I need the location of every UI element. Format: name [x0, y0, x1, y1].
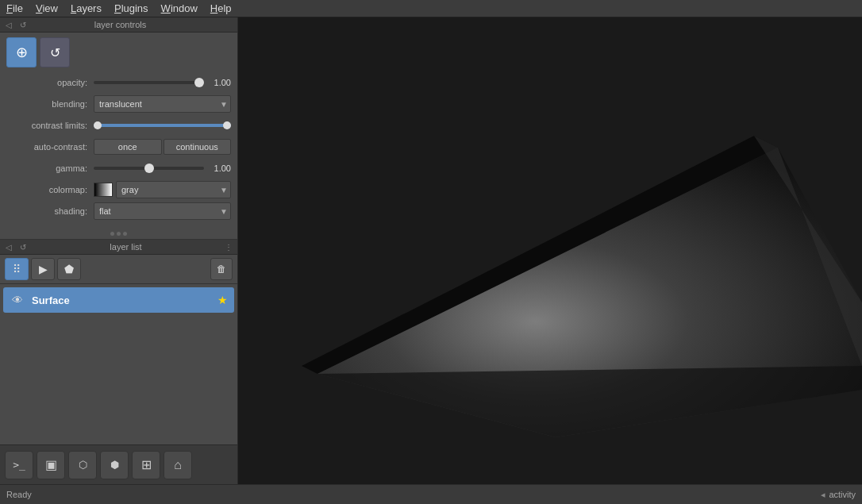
- opacity-control: 1.00: [94, 77, 231, 88]
- menu-file[interactable]: File: [0, 1, 29, 16]
- bottom-toolbar: >_ ▣ ⬡ ⬢ ⊞ ⌂: [0, 444, 237, 484]
- square-icon: ▣: [45, 457, 57, 472]
- gamma-slider-container: [94, 163, 204, 174]
- cube-button[interactable]: ⬡: [68, 451, 97, 479]
- opacity-slider[interactable]: [94, 81, 204, 84]
- dots-indicator: [0, 229, 237, 239]
- gamma-value: 1.00: [207, 164, 231, 173]
- auto-contrast-continuous-button[interactable]: continuous: [164, 139, 232, 155]
- layer-items-list: 👁 Surface ★: [0, 284, 237, 444]
- contrast-range-track: [94, 124, 231, 127]
- svg-text:↺: ↺: [50, 46, 60, 60]
- move-transform-button[interactable]: ⊕: [6, 37, 37, 67]
- delete-icon: 🗑: [217, 264, 226, 275]
- activity-label[interactable]: activity: [829, 490, 856, 499]
- contrast-max-thumb[interactable]: [223, 121, 231, 129]
- colormap-label: colormap:: [6, 185, 94, 194]
- transform-buttons: ⊕ ↺: [6, 37, 231, 67]
- layer-visibility-toggle[interactable]: 👁: [10, 292, 25, 308]
- points-icon: ⠿: [13, 263, 21, 275]
- grid-button[interactable]: ⊞: [132, 451, 160, 479]
- shading-select[interactable]: flat smooth: [94, 202, 231, 220]
- box-button[interactable]: ⬢: [100, 451, 129, 479]
- blending-row: blending: translucent additive minimum m…: [6, 95, 231, 113]
- controls-body: ⊕ ↺ opacity:: [0, 33, 237, 229]
- shapes-tool-button[interactable]: ▶: [31, 258, 55, 280]
- rotate-transform-button[interactable]: ↺: [40, 37, 70, 67]
- menu-window[interactable]: Window: [155, 1, 204, 16]
- shading-row: shading: flat smooth ▼: [6, 202, 231, 220]
- home-icon: ⌂: [174, 458, 182, 472]
- dot-2: [117, 232, 121, 236]
- dot-1: [110, 232, 114, 236]
- layer-star-icon[interactable]: ★: [217, 294, 228, 306]
- surface-visualization: [238, 17, 862, 484]
- auto-contrast-buttons: once continuous: [94, 139, 231, 155]
- svg-text:⊕: ⊕: [16, 44, 28, 60]
- collapse-icon[interactable]: ◁: [3, 19, 14, 30]
- shading-select-wrapper: flat smooth ▼: [94, 202, 231, 220]
- canvas-content: [238, 17, 862, 484]
- ready-text: Ready: [6, 490, 32, 499]
- blending-label: blending:: [6, 99, 94, 109]
- shapes-icon: ▶: [39, 263, 48, 275]
- blending-select-wrapper: translucent additive minimum maximum ▼: [94, 95, 231, 113]
- contrast-min-thumb[interactable]: [94, 121, 102, 129]
- gamma-control: 1.00: [94, 163, 231, 174]
- contrast-range-container: [94, 120, 231, 131]
- menubar: File View Layers Plugins Window Help: [0, 0, 862, 17]
- auto-contrast-row: auto-contrast: once continuous: [6, 138, 231, 156]
- header-icons-left: ◁ ↺: [3, 19, 29, 30]
- dot-3: [123, 232, 127, 236]
- gamma-slider[interactable]: [94, 167, 204, 170]
- contrast-limits-row: contrast limits:: [6, 117, 231, 134]
- layer-name: Surface: [32, 294, 217, 306]
- points-tool-button[interactable]: ⠿: [5, 258, 29, 280]
- menu-help[interactable]: Help: [204, 1, 238, 16]
- layer-list-header: ◁ ↺ layer list ⋮: [0, 240, 237, 255]
- layer-controls-title: layer controls: [94, 20, 146, 29]
- layer-list-title: layer list: [110, 242, 141, 252]
- gamma-row: gamma: 1.00: [6, 160, 231, 177]
- auto-contrast-once-button[interactable]: once: [94, 139, 162, 155]
- layer-list-collapse-icon[interactable]: ◁: [3, 241, 14, 252]
- activity-arrow-icon: ◂: [821, 490, 825, 500]
- layer-item[interactable]: 👁 Surface ★: [3, 287, 234, 313]
- layer-list-refresh-icon[interactable]: ↺: [17, 241, 29, 252]
- colormap-swatch: [94, 183, 113, 197]
- layer-tools: ⠿ ▶ ⬟ 🗑: [0, 255, 237, 284]
- delete-layer-button[interactable]: 🗑: [210, 258, 233, 280]
- layer-list-menu-icon[interactable]: ⋮: [223, 241, 234, 252]
- label-icon: ⬟: [64, 263, 74, 275]
- layer-list-section: ◁ ↺ layer list ⋮ ⠿ ▶ ⬟ 🗑: [0, 240, 237, 444]
- auto-contrast-label: auto-contrast:: [6, 142, 94, 152]
- square-button[interactable]: ▣: [37, 451, 65, 479]
- menu-plugins[interactable]: Plugins: [108, 1, 155, 16]
- terminal-icon: >_: [13, 459, 25, 471]
- blending-select[interactable]: translucent additive minimum maximum: [94, 95, 231, 113]
- menu-layers[interactable]: Layers: [64, 1, 108, 16]
- colormap-select-wrapper: gray viridis plasma ▼: [116, 181, 231, 198]
- contrast-limits-control: [94, 120, 231, 131]
- grid-icon: ⊞: [141, 457, 152, 472]
- colormap-select[interactable]: gray viridis plasma: [116, 181, 231, 198]
- layer-controls-section: ◁ ↺ layer controls ⊕ ↺: [0, 17, 237, 240]
- left-panel: ◁ ↺ layer controls ⊕ ↺: [0, 17, 238, 484]
- refresh-icon[interactable]: ↺: [17, 19, 29, 30]
- terminal-button[interactable]: >_: [5, 451, 33, 479]
- opacity-row: opacity: 1.00: [6, 74, 231, 91]
- label-tool-button[interactable]: ⬟: [57, 258, 81, 280]
- statusbar: Ready ◂ activity: [0, 484, 862, 504]
- box-icon: ⬢: [110, 459, 119, 471]
- shading-label: shading:: [6, 206, 94, 216]
- cube-icon: ⬡: [79, 459, 87, 471]
- contrast-limits-label: contrast limits:: [6, 121, 94, 130]
- gamma-label: gamma:: [6, 164, 94, 173]
- canvas-area[interactable]: [238, 17, 862, 484]
- layer-controls-header: ◁ ↺ layer controls: [0, 17, 237, 33]
- opacity-slider-container: [94, 77, 204, 88]
- home-button[interactable]: ⌂: [164, 451, 192, 479]
- main-area: ◁ ↺ layer controls ⊕ ↺: [0, 17, 862, 484]
- menu-view[interactable]: View: [29, 1, 64, 16]
- opacity-value: 1.00: [207, 78, 231, 87]
